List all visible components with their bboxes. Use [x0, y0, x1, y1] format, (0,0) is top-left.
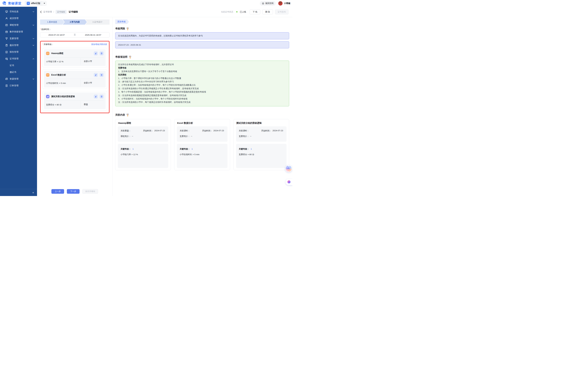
required-asterisk: * [42, 43, 43, 46]
assessment-condition: 小节练习率 > 12 % [46, 58, 81, 66]
explain-box: 仅当学生在考核周期内完成以下所有考核项时，允许获得证书 竞赛考核 1、支持单次的… [115, 60, 289, 106]
space-logo-icon [27, 2, 30, 5]
sidebar-item-space-info[interactable]: 空间信息 [0, 8, 37, 15]
sidebar-item-questions[interactable]: 题目管理 [0, 42, 37, 49]
explain-line: 1、支持单次的竞赛得分只要有一次大于等于小于某个分数的考核 [118, 70, 286, 73]
step-basic-info[interactable]: 1.基本信息 [40, 20, 64, 25]
sidebar-subitem-label: 证书 [10, 64, 14, 67]
required-asterisk: * [40, 28, 41, 30]
sidebar-item-label: 题目管理 [10, 44, 18, 47]
calendar-icon [5, 30, 8, 33]
key-assessment-count: 1 [132, 148, 134, 150]
explain-line: 1、小节练习率：整个课程中学生参与练习的小节数量占比总小节数量 [118, 77, 286, 80]
ai-assistant-button[interactable]: Ai ✦ [285, 165, 292, 172]
delete-item-button[interactable] [100, 94, 103, 98]
date-separator: 至 [73, 34, 77, 36]
assessment-card: 测试关联分组的晋级逻辑 [42, 91, 107, 110]
sidebar-item-label: 订单管理 [10, 84, 18, 87]
assessment-card: </> Haaoop课程 [42, 48, 107, 67]
delete-button[interactable]: 删 除 [262, 10, 273, 14]
trash-icon [100, 74, 103, 76]
intro-label: 竞赛简介： [180, 135, 190, 138]
breadcrumb-separator: / [53, 11, 54, 13]
chevron-down-icon [32, 38, 34, 39]
clipboard-icon [5, 44, 8, 47]
intro-label: 课程简介： [120, 135, 131, 138]
section-title-period: 考核周期 [115, 27, 289, 30]
sidebar-subitem-micro-certificate[interactable]: 微证书 [0, 69, 37, 76]
assessment-condition: 小节在线时长 > 5 min [46, 79, 81, 88]
sparkle-icon: ✦ [289, 166, 291, 168]
step-learning-content[interactable]: 2.学习内容 [63, 20, 87, 25]
date-start-value[interactable]: 2024-07-23 18:07 [40, 34, 73, 36]
assessment-title: Excel 数据分析 [51, 74, 66, 76]
sidebar-item-orders[interactable]: 订单管理 [0, 82, 37, 89]
date-end-value[interactable]: 2025-08-31 18:07 [77, 34, 109, 36]
preview-panel: 添加考核 考核周期 在当前选定的周期内，为该证书可获得的有效期，过期则禁止证书相… [113, 17, 292, 196]
explain-line: 实训课程 [118, 73, 286, 76]
prev-step-button[interactable]: 上一步 [51, 189, 64, 194]
sidebar-subitem-certificate[interactable]: 证书 [0, 62, 37, 69]
key-assessment-detail: 竞赛得分 > 80 分 [239, 153, 284, 156]
next-step-button[interactable]: 下一步 [67, 189, 79, 194]
sidebar-item-label: 空间信息 [10, 10, 18, 13]
pencil-icon [95, 52, 97, 54]
brain-assistant-button[interactable] [285, 179, 292, 185]
back-to-space-label: 返回空间 [265, 2, 274, 5]
step-certificate-design[interactable]: 3.证书设计 [85, 20, 109, 25]
save-continue-button[interactable]: 保存并继续 [82, 189, 98, 194]
period-range-box: 2024-07-23 - 2025-08-31 [115, 41, 289, 48]
sidebar-item-courses[interactable]: 课程管理 [0, 22, 37, 28]
back-to-space-button[interactable]: 返回空间 [260, 1, 276, 6]
edit-button[interactable] [94, 73, 98, 77]
sidebar-item-reports[interactable]: 报告管理 [0, 49, 37, 56]
edit-panel: 1.基本信息 2.学习内容 3.证书设计 *选择时间： 2024-07-23 1… [37, 17, 113, 196]
sidebar-item-competitions[interactable]: 竞赛管理 [0, 35, 37, 42]
edit-button[interactable] [94, 52, 98, 56]
sidebar-item-label: 成员管理 [10, 17, 18, 20]
key-assessment-count: 1 [191, 148, 193, 150]
space-switcher-caret[interactable] [42, 1, 46, 6]
sidebar-item-classes[interactable]: 教学班级管理 [0, 28, 37, 35]
section-title-explain: 考核项说明 [115, 56, 289, 58]
sidebar-item-label: 竞赛管理 [10, 37, 18, 40]
edit-button[interactable] [94, 94, 98, 98]
date-range-input[interactable]: 2024-07-23 18:07 至 2025-08-31 18:07 [40, 32, 109, 38]
add-assessment-link[interactable]: 添加考核关联内容 [91, 43, 107, 46]
publish-button[interactable]: 证书发布 [275, 10, 289, 14]
delete-item-button[interactable] [100, 52, 103, 56]
status-value: 已上线 [240, 10, 246, 13]
sidebar-collapse-button[interactable]: « [0, 189, 37, 196]
assessment-condition: 竞赛得分 > 80 分 [46, 100, 81, 109]
sidebar-item-members[interactable]: 成员管理 [0, 15, 37, 22]
back-button[interactable] [40, 11, 42, 13]
sidebar-item-label: 证书管理 [10, 58, 18, 60]
key-assessment-count-label: 关键考核： [239, 148, 249, 150]
intro-value: -- [132, 135, 133, 138]
delete-item-button[interactable] [100, 73, 103, 77]
sidebar-item-label: 教学班级管理 [10, 30, 23, 33]
related-content-card: Excel 数据分析 关联课时： 开始时间： 2024-07-23 竞赛简介： … [174, 119, 230, 170]
user-menu[interactable]: 小青椒 [278, 1, 290, 6]
signpost-icon [129, 56, 131, 58]
course-card-icon [5, 24, 8, 26]
key-assessment-label: *关键考核： [42, 43, 53, 46]
space-switcher[interactable]: offer计划 [25, 1, 47, 6]
course-code-icon: </> [46, 52, 49, 55]
resource-box-icon [5, 78, 8, 80]
breadcrumb-root[interactable]: 证书管理 [43, 10, 52, 13]
pencil-icon [95, 74, 97, 76]
offline-button[interactable]: 下 线 [250, 10, 260, 14]
time-field-label: *选择时间： [40, 28, 109, 31]
chevron-up-icon [32, 58, 34, 59]
sidebar-item-certificates[interactable]: 证书管理 [0, 56, 37, 62]
avatar [278, 1, 283, 6]
related-content-card: Haaoop课程 关联赛题： 开始时间： 2024-07-23 课程简介： -- [115, 119, 171, 170]
related-card-title: 测试关联分组的晋级逻辑 [236, 122, 287, 124]
sidebar-item-resources[interactable]: 资源管理 [0, 76, 37, 82]
add-assessment-tag[interactable]: 添加考核 [115, 20, 129, 24]
related-field-label: 关联课时： [180, 130, 190, 132]
signpost-icon [126, 114, 129, 116]
sidebar-subitem-label: 微证书 [10, 71, 16, 74]
sidebar-item-label: 资源管理 [10, 78, 18, 80]
